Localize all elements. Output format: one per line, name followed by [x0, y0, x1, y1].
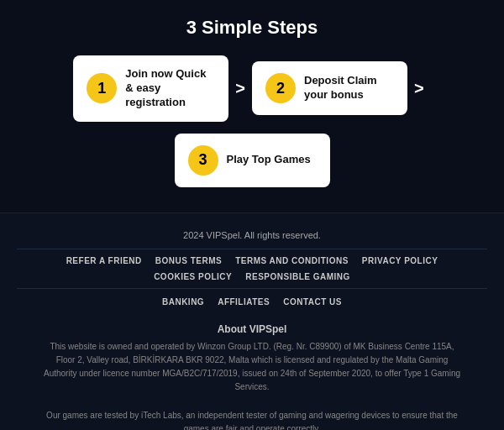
footer-link-cookies[interactable]: COOKIES POLICY — [149, 270, 237, 283]
step-card-3: 3 Play Top Games — [175, 134, 330, 187]
steps-row-top: 1 Join now Quick & easy registration > 2… — [17, 55, 487, 122]
steps-section: 3 Simple Steps 1 Join now Quick & easy r… — [0, 0, 504, 212]
step-number-1: 1 — [87, 73, 117, 103]
footer-about-text1: This website is owned and operated by Wi… — [42, 340, 462, 394]
footer-section: 2024 VIPSpel. All rights reserved. REFER… — [0, 212, 504, 430]
footer-link-affiliates[interactable]: AFFILIATES — [213, 296, 275, 308]
step-text-3: Play Top Games — [227, 153, 311, 167]
footer-nav-links: REFER A FRIEND BONUS TERMS TERMS AND CON… — [17, 249, 487, 289]
footer-link-banking[interactable]: BANKING — [157, 296, 209, 308]
footer-link-bonus[interactable]: BONUS TERMS — [150, 254, 227, 267]
footer-link-refer[interactable]: REFER A FRIEND — [61, 254, 147, 267]
step-card-1: 1 Join now Quick & easy registration — [73, 55, 228, 122]
arrow-1: > — [235, 79, 245, 98]
step-row-bottom: 3 Play Top Games — [17, 122, 487, 187]
step-text-1: Join now Quick & easy registration — [125, 67, 215, 110]
footer-about-title: About VIPSpel — [42, 323, 462, 335]
step-text-2: Deposit Claim your bonus — [304, 74, 394, 102]
step-number-2: 2 — [265, 73, 296, 103]
footer-link-contact[interactable]: CONTACT US — [278, 296, 347, 308]
arrow-2: > — [414, 79, 424, 98]
steps-title: 3 Simple Steps — [17, 17, 487, 39]
footer-about: About VIPSpel This website is owned and … — [17, 315, 487, 430]
footer-link-privacy[interactable]: PRIVACY POLICY — [357, 254, 444, 267]
footer-link-responsible[interactable]: RESPONSIBLE GAMING — [240, 270, 355, 283]
footer-link-terms[interactable]: TERMS AND CONDITIONS — [230, 254, 354, 267]
step-card-2: 2 Deposit Claim your bonus — [252, 61, 407, 115]
footer-nav2: BANKING AFFILIATES CONTACT US — [17, 289, 487, 315]
step-number-3: 3 — [188, 145, 218, 176]
footer-about-text2: Our games are tested by iTech Labs, an i… — [42, 409, 462, 430]
footer-copyright: 2024 VIPSpel. All rights reserved. — [17, 223, 487, 249]
